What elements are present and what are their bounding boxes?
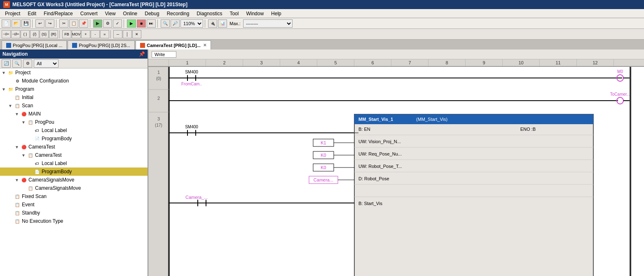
tree-standby[interactable]: 📋 Standby <box>0 209 148 217</box>
ld-coil-btn[interactable]: ( ) <box>21 30 30 38</box>
menu-online[interactable]: Online <box>120 10 141 17</box>
project-icon: 📁 <box>7 70 14 75</box>
svg-text:ToCamer...: ToCamer... <box>610 92 630 97</box>
monitor-btn[interactable]: 📊 <box>218 19 227 28</box>
tree-program-body-1[interactable]: 📄 ProgramBody <box>0 134 148 143</box>
stop-btn[interactable]: ■ <box>137 19 146 28</box>
pb2-icon: 📄 <box>34 169 40 175</box>
tree-cameratest-item[interactable]: ▼ 📋 CameraTest <box>0 151 148 159</box>
tree-label-mc: Module Configuration <box>22 78 69 84</box>
max-select[interactable]: -------- <box>243 19 293 28</box>
tab-cameratest-ld[interactable]: CameraTest [PRG] [LD]... ✕ <box>136 40 211 50</box>
ld-set-btn[interactable]: (S) <box>40 30 49 38</box>
tree-no-exec[interactable]: 📋 No Execution Type <box>0 217 148 225</box>
menu-diagnostics[interactable]: Diagnostics <box>193 10 225 17</box>
build-btn[interactable]: ▶ <box>93 19 102 28</box>
tree-fixed-scan[interactable]: 📋 Fixed Scan <box>0 192 148 201</box>
tab-close-icon[interactable]: ✕ <box>203 43 206 47</box>
fs-icon: 📋 <box>14 193 21 199</box>
menu-help[interactable]: Help <box>268 10 285 17</box>
ld-add-btn[interactable]: + <box>81 30 90 38</box>
step-btn[interactable]: ⏭ <box>147 19 156 28</box>
tree-program[interactable]: ▼ 📁 Program <box>0 85 148 93</box>
menu-edit[interactable]: Edit <box>24 10 40 17</box>
tree-main[interactable]: ▼ 🔴 MAIN <box>0 110 148 118</box>
col-h-7: 7 <box>391 59 429 66</box>
menu-findreplace[interactable]: Find/Replace <box>40 10 76 17</box>
svg-text:SM400: SM400 <box>185 125 198 129</box>
ld-move-btn[interactable]: MOV <box>72 30 81 38</box>
tree-label-csmf: CameraSignalsMove <box>28 177 74 183</box>
zoom-select[interactable]: 110% 100% 75% <box>180 19 203 28</box>
run-btn[interactable]: ▶ <box>127 19 136 28</box>
menu-project[interactable]: Project <box>2 10 23 17</box>
cut-btn[interactable]: ✂ <box>59 19 68 28</box>
menu-convert[interactable]: Convert <box>77 10 101 17</box>
sep7 <box>59 30 61 38</box>
online-btn[interactable]: 🔌 <box>208 19 217 28</box>
tree-csm-folder[interactable]: ▼ 🔴 CameraSignalsMove <box>0 176 148 184</box>
ld-fb-btn[interactable]: FB <box>62 30 71 38</box>
nav-settings-btn[interactable]: ⚙ <box>23 59 32 68</box>
tree-cameratest-folder[interactable]: ▼ 🔴 CameraTest <box>0 143 148 151</box>
tree-label-ll1: Local Label <box>42 127 67 133</box>
tree-initial[interactable]: 📋 Initial <box>0 93 148 101</box>
svg-text:SM400: SM400 <box>185 70 198 74</box>
tree-module-config[interactable]: ⚙ Module Configuration <box>0 77 148 85</box>
tree-arrow-main: ▼ <box>15 112 21 116</box>
undo-btn[interactable]: ↩ <box>35 19 44 28</box>
tree-local-label-2[interactable]: 🏷 Local Label <box>0 159 148 167</box>
ld-vline-btn[interactable]: │ <box>123 30 132 38</box>
paste-btn[interactable]: 📌 <box>79 19 88 28</box>
tree-scan[interactable]: ▼ 📋 Scan <box>0 101 148 110</box>
ld-ncontact-btn[interactable]: ⊣/⊢ <box>11 30 20 38</box>
zoom-in-btn[interactable]: 🔍 <box>161 19 170 28</box>
check-btn[interactable]: ✓ <box>113 19 122 28</box>
write-label: Write <box>152 51 176 58</box>
ld-contact-btn[interactable]: ⊣⊢ <box>2 30 11 38</box>
copy-btn[interactable]: 📋 <box>69 19 78 28</box>
ld-cmp-btn[interactable]: = <box>100 30 109 38</box>
nav-pin-icon[interactable]: 📌 <box>139 51 145 57</box>
ld-del-btn[interactable]: ✕ <box>132 30 141 38</box>
tree-label-scan: Scan <box>22 103 33 109</box>
svg-text:3: 3 <box>157 116 160 121</box>
toolbar1: 📄 📂 💾 ↩ ↪ ✂ 📋 📌 ▶ ⚙ ✓ ▶ ■ ⏭ 🔍 🔎 110% 100… <box>0 18 644 29</box>
tree-event[interactable]: 📋 Event <box>0 201 148 209</box>
new-btn[interactable]: 📄 <box>2 19 11 28</box>
zoom-out-btn[interactable]: 🔎 <box>171 19 180 28</box>
tree-local-label-1[interactable]: 🏷 Local Label <box>0 126 148 134</box>
tree-progpou[interactable]: ▼ 📋 ProgPou <box>0 118 148 126</box>
menu-debug[interactable]: Debug <box>141 10 162 17</box>
tree-program-body-2[interactable]: 📄 ProgramBody <box>0 167 148 176</box>
tab-progpou-ld[interactable]: ProgPou [PRG] [LD] 2S... <box>68 40 135 50</box>
menu-recording[interactable]: Recording <box>164 10 193 17</box>
rebuild-btn[interactable]: ⚙ <box>103 19 112 28</box>
nav-header: Navigation 📌 <box>0 50 148 59</box>
nav-filter-select[interactable]: All <box>34 59 59 68</box>
tab-progpou-local[interactable]: ProgPou [PRG] [Local ... <box>2 40 67 50</box>
menu-window[interactable]: Window <box>243 10 267 17</box>
svg-text:(17): (17) <box>155 123 162 127</box>
ld-sub-btn[interactable]: - <box>91 30 100 38</box>
tree-csm-item[interactable]: 📋 CameraSignalsMove <box>0 184 148 192</box>
open-btn[interactable]: 📂 <box>12 19 21 28</box>
main-icon: 🔴 <box>21 111 27 117</box>
ld-editor[interactable]: 1 2 3 4 5 6 7 8 9 10 11 12 1 (0) <box>148 59 644 276</box>
redo-btn[interactable]: ↪ <box>45 19 54 28</box>
main-layout: Navigation 📌 🔄 🔍 ⚙ All ▼ 📁 Project ⚙ Mod… <box>0 50 644 276</box>
menu-view[interactable]: View <box>102 10 119 17</box>
svg-text:B: EN: B: EN <box>358 127 370 132</box>
save-btn[interactable]: 💾 <box>21 19 30 28</box>
ld-line-btn[interactable]: ─ <box>113 30 122 38</box>
sep8 <box>110 30 112 38</box>
nav-refresh-btn[interactable]: 🔄 <box>2 59 11 68</box>
svg-text:1: 1 <box>157 70 160 75</box>
tab-label-2: ProgPou [PRG] [LD] 2S... <box>79 43 130 48</box>
tree-project[interactable]: ▼ 📁 Project <box>0 68 148 77</box>
col-h-2: 2 <box>206 59 243 66</box>
ld-rst-btn[interactable]: (R) <box>49 30 58 38</box>
menu-tool[interactable]: Tool <box>226 10 242 17</box>
nav-search-btn[interactable]: 🔍 <box>12 59 21 68</box>
ld-ncoil-btn[interactable]: (/) <box>30 30 39 38</box>
